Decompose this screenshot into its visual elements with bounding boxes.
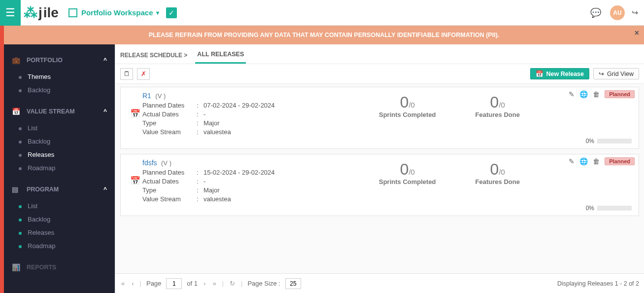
new-release-label: New Release <box>546 71 584 77</box>
chat-icon[interactable]: 💬 <box>590 7 601 18</box>
calendar-plus-icon: 📅 <box>536 70 543 77</box>
grid-view-label: Grid View <box>607 71 634 77</box>
next-page-icon[interactable]: › <box>203 280 206 287</box>
pagination-info: Displaying Releases 1 - 2 of 2 <box>557 280 639 287</box>
section-title: VALUE STREAM <box>27 108 75 115</box>
banner-row: PLEASE REFRAIN FROM PROVIDING ANY DATA T… <box>0 26 644 44</box>
brand-text-2: ile <box>43 5 59 21</box>
hamburger-button[interactable]: ☰ <box>0 0 21 26</box>
sidebar-section-reports[interactable]: 📊 REPORTS <box>4 258 115 276</box>
clear-filter-button[interactable]: ✗ <box>137 68 150 80</box>
chevron-up-icon: ^ <box>103 186 107 193</box>
brand-accent: ⁂ <box>24 4 37 21</box>
avatar-initials: AU <box>613 9 621 16</box>
sidebar-item-releases[interactable]: Releases <box>4 226 115 239</box>
sidebar-section-portfolio[interactable]: 💼 PORTFOLIO ^ <box>4 51 115 69</box>
first-page-icon[interactable]: « <box>120 280 126 287</box>
sidebar-item-backlog[interactable]: Backlog <box>4 83 115 97</box>
chevron-down-icon[interactable]: ▼ <box>155 10 161 16</box>
pagination: « ‹ | Page of 1 › » | ↻ | Page Size : Di… <box>115 273 644 293</box>
sidebar-item-list[interactable]: List <box>4 199 115 213</box>
actual-dates: - <box>203 178 205 185</box>
status-badge: Planned <box>605 157 635 165</box>
sidebar-section-valuestream[interactable]: 📅 VALUE STREAM ^ <box>4 103 115 120</box>
brand-text-1: j <box>38 5 42 21</box>
top-bar: ☰ ⁂ j ile Portfolio Workspace ▼ ✓ 💬 AU ↪ <box>0 0 644 26</box>
page-of-text: of 1 <box>187 280 198 287</box>
release-type: Major <box>203 186 220 194</box>
sidebar: 💼 PORTFOLIO ^ Themes Backlog 📅 VALUE STR… <box>4 44 115 293</box>
page-label: Page <box>146 280 161 287</box>
release-version: (V ) <box>155 92 166 100</box>
sidebar-item-backlog[interactable]: Backlog <box>4 213 115 226</box>
globe-icon[interactable]: 🌐 <box>579 90 588 98</box>
sidebar-section-program[interactable]: ▤ PROGRAM ^ <box>4 181 115 198</box>
progress-bar <box>597 206 632 211</box>
sidebar-item-releases[interactable]: Releases <box>4 148 115 161</box>
sidebar-item-roadmap[interactable]: Roadmap <box>4 161 115 175</box>
calendar-icon: 📅 <box>130 109 140 119</box>
filter-icon: 🗒 <box>124 70 130 77</box>
board-icon: ▤ <box>12 185 20 193</box>
content-area: RELEASE SCHEDULE > ALL RELEASES 🗒 ✗ 📅 Ne… <box>115 44 644 293</box>
new-release-button[interactable]: 📅 New Release <box>530 68 589 79</box>
page-size-label: Page Size : <box>247 280 280 287</box>
red-stripe <box>0 44 4 293</box>
refresh-icon[interactable]: ↻ <box>229 280 236 287</box>
breadcrumb: RELEASE SCHEDULE > ALL RELEASES <box>115 44 644 64</box>
grid-view-button[interactable]: ↪ Grid View <box>593 68 639 79</box>
filter-button[interactable]: 🗒 <box>120 68 133 80</box>
logout-icon[interactable]: ↪ <box>632 8 638 17</box>
sidebar-item-list[interactable]: List <box>4 121 115 135</box>
breadcrumb-root[interactable]: RELEASE SCHEDULE > <box>120 52 187 64</box>
prev-page-icon[interactable]: ‹ <box>131 280 135 287</box>
release-name-link[interactable]: fdsfs <box>142 159 157 167</box>
workspace-selector[interactable]: Portfolio Workspace <box>81 8 153 17</box>
card-actions: ✎ 🌐 🗑 Planned <box>569 157 635 165</box>
planned-dates: 15-02-2024 - 29-02-2024 <box>203 169 275 176</box>
release-name-link[interactable]: R1 <box>142 92 151 100</box>
section-title: PROGRAM <box>27 186 59 193</box>
edit-icon[interactable]: ✎ <box>569 90 575 98</box>
page-size-input[interactable] <box>285 278 301 289</box>
progress-text: 0% <box>586 205 594 212</box>
actual-dates: - <box>203 110 205 118</box>
release-card: ✎ 🌐 🗑 Planned 📅 fdsfs (V ) Planned Dates… <box>120 154 639 216</box>
release-card: ✎ 🌐 🗑 Planned 📅 R1 (V ) Planned Dates:07… <box>120 87 639 149</box>
workspace-icon[interactable] <box>68 8 77 17</box>
tab-all-releases[interactable]: ALL RELEASES <box>195 51 246 64</box>
status-badge: Planned <box>605 90 635 98</box>
share-icon: ↪ <box>599 70 604 77</box>
briefcase-icon: 💼 <box>12 56 20 64</box>
sidebar-item-backlog[interactable]: Backlog <box>4 135 115 148</box>
chevron-up-icon: ^ <box>103 57 107 64</box>
brand-logo: ⁂ j ile <box>24 4 59 21</box>
warning-banner: PLEASE REFRAIN FROM PROVIDING ANY DATA T… <box>4 26 644 44</box>
release-version: (V ) <box>161 159 171 167</box>
section-title: PORTFOLIO <box>27 57 63 64</box>
chevron-up-icon: ^ <box>103 108 107 115</box>
planned-dates: 07-02-2024 - 29-02-2024 <box>203 102 275 109</box>
features-stat: 0/0 Features Done <box>475 91 520 118</box>
trash-icon[interactable]: 🗑 <box>593 90 600 98</box>
sprints-stat: 0/0 Sprints Completed <box>379 158 436 185</box>
trash-icon[interactable]: 🗑 <box>593 157 600 165</box>
release-type: Major <box>203 119 220 127</box>
hamburger-icon: ☰ <box>5 6 15 19</box>
section-title: REPORTS <box>27 264 56 271</box>
sidebar-item-themes[interactable]: Themes <box>4 70 115 83</box>
sprints-stat: 0/0 Sprints Completed <box>379 91 436 118</box>
progress-text: 0% <box>586 138 594 145</box>
edit-icon[interactable]: ✎ <box>569 157 575 165</box>
release-valuestream: valuestea <box>203 195 231 203</box>
workspace-check-icon[interactable]: ✓ <box>166 7 177 18</box>
close-icon[interactable]: × <box>635 29 639 37</box>
last-page-icon[interactable]: » <box>211 280 217 287</box>
progress-bar <box>597 139 632 144</box>
avatar[interactable]: AU <box>610 5 625 20</box>
chart-icon: 📊 <box>12 263 20 271</box>
page-input[interactable] <box>166 278 182 289</box>
globe-icon[interactable]: 🌐 <box>579 157 588 165</box>
sidebar-item-roadmap[interactable]: Roadmap <box>4 239 115 253</box>
calendar-icon: 📅 <box>12 108 20 115</box>
